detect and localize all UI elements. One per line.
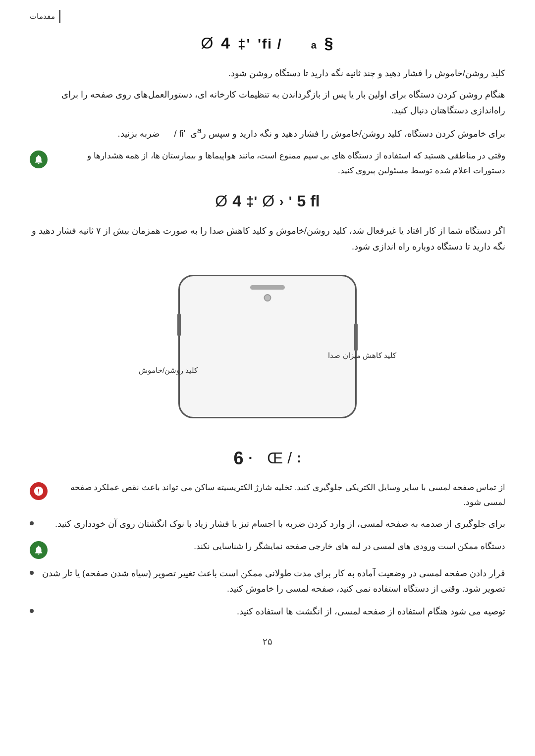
s3-dot: · bbox=[249, 446, 253, 470]
phone-diagram-section: کلید کاهش میزان صدا کلید روشن/خاموش bbox=[30, 270, 505, 428]
volume-button bbox=[177, 313, 181, 336]
page-number: ۲۵ bbox=[30, 634, 505, 650]
phone-camera bbox=[264, 294, 271, 302]
power-button bbox=[354, 323, 358, 351]
sym-a: a bbox=[311, 37, 318, 53]
phone-speaker bbox=[250, 285, 285, 290]
bullet-item-4: قرار دادن صفحه لمسی در وضعیت آماده به کا… bbox=[30, 566, 505, 597]
s2-sym6: ' bbox=[289, 190, 292, 213]
section2-para1: اگر دستگاه شما از کار افتاد یا غیرفعال ش… bbox=[30, 223, 505, 255]
bell-icon-3 bbox=[33, 545, 44, 555]
s2-sym4: Ø bbox=[262, 188, 274, 214]
page-wrapper: مقدمات Ø 4 ‡' 'fi / a § کلید روشن/خاموش … bbox=[0, 0, 535, 669]
note1-text: وقتی در مناطقی هستید که استفاده از دستگا… bbox=[54, 149, 505, 178]
bullet-item-1: از تماس صفحه لمسی با سایر وسایل الکتریکی… bbox=[30, 480, 505, 510]
bell-icon bbox=[33, 154, 44, 165]
section1-para3: برای خاموش کردن دستگاه، کلید روشن/خاموش … bbox=[30, 124, 505, 142]
sym-dagger: ‡' bbox=[238, 32, 251, 56]
bullet-list: از تماس صفحه لمسی با سایر وسایل الکتریکی… bbox=[30, 480, 505, 620]
s2-num: 5 fl bbox=[297, 188, 320, 214]
sym-section: § bbox=[324, 30, 334, 56]
bullet-text-5: توصیه می شود هنگام استفاده از صفحه لمسی،… bbox=[39, 604, 505, 620]
bullet-dot-4 bbox=[30, 571, 34, 575]
s3-sym3: : bbox=[297, 446, 301, 470]
bullet-text-1: از تماس صفحه لمسی با سایر وسایل الکتریکی… bbox=[54, 480, 505, 510]
section1-heading: Ø 4 ‡' 'fi / a § bbox=[30, 30, 505, 56]
s2-sym3: ‡' bbox=[246, 190, 257, 213]
note-icon-3 bbox=[30, 541, 48, 559]
note-box-1: وقتی در مناطقی هستید که استفاده از دستگا… bbox=[30, 149, 505, 178]
power-label: کلید روشن/خاموش bbox=[139, 364, 198, 377]
section1-para2: هنگام روشن کردن دستگاه برای اولین بار یا… bbox=[30, 87, 505, 119]
bullet-dot-2 bbox=[30, 521, 34, 525]
bullet-text-2: برای جلوگیری از صدمه به صفحه لمسی، از وا… bbox=[39, 516, 505, 532]
warning-icon-1 bbox=[30, 482, 48, 500]
bullet-text-3: دستگاه ممکن است ورودی های لمسی در لبه ها… bbox=[54, 539, 505, 554]
top-label: مقدمات bbox=[30, 10, 60, 23]
sym-4: 4 bbox=[221, 30, 231, 56]
phone-body bbox=[178, 275, 357, 418]
s3-sym2: Œ / bbox=[267, 445, 292, 471]
sym-slash: Ø bbox=[201, 30, 214, 56]
exclamation-icon bbox=[33, 486, 44, 497]
section2-heading: Ø 4 ‡' Ø › ' 5 fl bbox=[30, 188, 505, 214]
volume-label: کلید کاهش میزان صدا bbox=[328, 349, 396, 362]
section1-para1: کلید روشن/خاموش را فشار دهید و چند ثانیه… bbox=[30, 65, 505, 81]
sym-quote: 'fi / bbox=[258, 32, 282, 56]
note-icon-1 bbox=[30, 151, 48, 168]
s2-sym2: 4 bbox=[232, 188, 241, 214]
s2-sym5: › bbox=[279, 191, 284, 212]
phone-wrap: کلید کاهش میزان صدا کلید روشن/خاموش bbox=[129, 270, 406, 428]
s3-sym1: 6 bbox=[234, 443, 244, 473]
s2-sym1: Ø bbox=[215, 188, 227, 214]
bullet-item-5: توصیه می شود هنگام استفاده از صفحه لمسی،… bbox=[30, 604, 505, 620]
bullet-text-4: قرار دادن صفحه لمسی در وضعیت آماده به کا… bbox=[39, 566, 505, 597]
bullet-item-3: دستگاه ممکن است ورودی های لمسی در لبه ها… bbox=[30, 539, 505, 559]
section3-heading: 6 · Œ / : bbox=[30, 443, 505, 473]
bullet-dot-5 bbox=[30, 609, 34, 613]
bullet-item-2: برای جلوگیری از صدمه به صفحه لمسی، از وا… bbox=[30, 516, 505, 532]
